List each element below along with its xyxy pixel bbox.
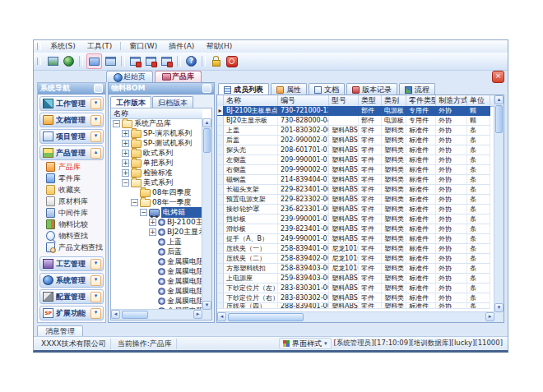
table-vertical-scrollbar[interactable]: [494, 95, 504, 312]
tree-item[interactable]: 金属膜电阻器: [111, 266, 202, 276]
tree-item[interactable]: 电烤箱: [111, 207, 202, 217]
chevron-down-icon[interactable]: [90, 115, 101, 126]
pin-icon[interactable]: [202, 84, 211, 93]
sidebar-group[interactable]: 系统管理: [39, 273, 104, 288]
menu-item[interactable]: 插件(A): [163, 42, 200, 50]
column-header[interactable]: 型号: [329, 95, 359, 106]
panel-tab[interactable]: 属性: [271, 83, 307, 95]
menu-item[interactable]: 窗口(W): [123, 42, 163, 50]
sidebar-group[interactable]: 配置管理: [39, 289, 104, 304]
table-row[interactable]: 长磁头支架 229-823401-00X 塑料ABS 零件 塑料类 标准件 外协…: [217, 185, 494, 195]
scroll-down-icon[interactable]: [494, 303, 504, 312]
panel-tab[interactable]: 成员列表: [218, 83, 269, 95]
tree-expander-icon[interactable]: [122, 159, 129, 167]
tree-item[interactable]: SP-测试机系列: [111, 138, 202, 148]
table-row[interactable]: 接纱轮护罩 236-823301-00X 塑料ABS 零件 塑料类 标准件 外协…: [217, 205, 494, 214]
menu-item[interactable]: 工具(T): [81, 42, 118, 50]
close-icon[interactable]: ×: [492, 71, 504, 83]
chevron-down-icon[interactable]: [90, 99, 101, 109]
tree-item[interactable]: 08年一季度: [111, 197, 202, 207]
table-row[interactable]: 下纱定位片（左） 283-830301-00X 塑料ABS 零件 塑料类 标准件…: [217, 284, 494, 293]
sidebar-item-favorites[interactable]: 收藏夹: [38, 184, 105, 196]
table-row[interactable]: BJ20主显示板 730-828000-04X 部件 电源板 专用件 外协 颗: [217, 116, 494, 126]
table-row[interactable]: 滑纱板 239-823401-00X 塑料ABS 零件 塑料类 标准件 外协 条: [217, 224, 494, 234]
lock-icon[interactable]: [209, 54, 223, 68]
grid-window-icon[interactable]: [104, 54, 118, 68]
tree-vertical-scrollbar[interactable]: [202, 118, 211, 310]
table-row[interactable]: 右侧盖 209-990002-01X 塑料ABS 零件 塑料类 标准件 外协 条: [217, 165, 494, 175]
document-tab[interactable]: 产品库: [155, 71, 202, 82]
sidebar-group[interactable]: 项目管理: [39, 129, 104, 144]
column-header[interactable]: 类型: [359, 95, 382, 106]
table-row[interactable]: 方形塑料线扣 258-839403-00X 尼龙1010 零件 塑料类 标准件 …: [217, 264, 494, 274]
scroll-up-icon[interactable]: [494, 95, 504, 104]
panel-tab[interactable]: 文档: [309, 83, 345, 95]
panel-tab[interactable]: 流程: [399, 83, 435, 95]
tree-expander-icon[interactable]: [149, 219, 156, 226]
sidebar-item-product-doc-search[interactable]: 产品文档查找: [38, 242, 105, 253]
tree-expander-icon[interactable]: [122, 150, 129, 157]
toolbar-sep[interactable]: [121, 56, 125, 67]
column-header[interactable]: 制造方式: [436, 95, 467, 106]
sidebar-group-product-management[interactable]: 产品管理: [39, 145, 104, 160]
toolbar-sep[interactable]: [177, 56, 181, 67]
scrollbar-thumb[interactable]: [495, 105, 503, 133]
tree-horizontal-scrollbar[interactable]: [111, 309, 202, 320]
tree-expander-icon[interactable]: [122, 179, 129, 187]
exit-icon[interactable]: [225, 54, 239, 68]
scroll-left-icon[interactable]: [111, 310, 120, 319]
sidebar-item-intermediate-library[interactable]: 中间件库: [38, 207, 105, 219]
table-row[interactable]: 探头壳 208-601701-01X 塑料ABS 零件 塑料类 标准件 外协 条: [217, 145, 494, 155]
sidebar-item-product-library[interactable]: 产品库: [38, 161, 105, 173]
tree-expander-icon[interactable]: [140, 209, 147, 216]
window-add-icon[interactable]: [144, 54, 158, 68]
scroll-right-icon[interactable]: [193, 310, 202, 319]
tree-item[interactable]: 08年四季度: [111, 187, 202, 197]
document-tab[interactable]: 起始页: [106, 71, 153, 82]
column-header[interactable]: 单位: [467, 95, 490, 106]
chevron-down-icon[interactable]: [90, 259, 101, 270]
sidebar-group[interactable]: 工艺管理: [39, 256, 104, 271]
table-row[interactable]: 上电源座 259-839403-00X 塑料ABS 零件 塑料类 标准件 外协 …: [217, 274, 494, 284]
menu-item[interactable]: [120, 42, 121, 50]
panel-tab[interactable]: 版本记录: [346, 83, 397, 95]
tree-item[interactable]: 金属膜电阻器: [111, 286, 202, 296]
tree-item[interactable]: 金属膜电阻器: [111, 256, 202, 266]
table-row[interactable]: 左侧盖 209-990001-01X 塑料ABS 零件 塑料类 标准件 外协 条: [217, 155, 494, 165]
column-header[interactable]: 名称: [224, 95, 278, 106]
tree-expander-icon[interactable]: [149, 228, 156, 236]
column-header[interactable]: 编号: [278, 95, 329, 106]
monitor-icon[interactable]: [46, 54, 60, 68]
tree-item[interactable]: 后盖: [111, 247, 202, 256]
scroll-right-icon[interactable]: [485, 312, 494, 321]
tree-item[interactable]: 金属膜电阻器: [111, 276, 202, 286]
column-header[interactable]: 零件类型: [406, 95, 436, 106]
window-close-icon[interactable]: [128, 54, 142, 68]
menu-item[interactable]: 帮助(H): [200, 42, 238, 50]
tree-item[interactable]: BJ20主显示板: [111, 227, 202, 237]
toolbar-sep[interactable]: [202, 56, 206, 67]
scroll-left-icon[interactable]: [217, 312, 226, 321]
sidebar-item-raw-material-library[interactable]: 原材料库: [38, 196, 105, 207]
scroll-down-icon[interactable]: [202, 301, 211, 310]
column-header[interactable]: 类别: [382, 95, 406, 106]
table-row[interactable]: 磁钢盖 214-839404-01X 塑料ABS 零件 塑料类 标准件 外协 条: [217, 175, 494, 185]
chevron-down-icon[interactable]: [90, 275, 101, 286]
table-row[interactable]: 下纱定位片（右） 283-830302-00X 塑料ABS 零件 塑料类 标准件…: [217, 293, 494, 303]
new-folder-icon[interactable]: [86, 53, 102, 69]
table-row[interactable]: BJ-2100主板单点 730-721000-12X 部件 电源板 专用件 外协…: [217, 106, 494, 116]
table-row[interactable]: 提手（A、B） 249-990001-01X 塑料ABS 零件 塑料类 标准件 …: [217, 234, 494, 244]
table-row[interactable]: 上盖 201-830302-00X 塑料ABS 零件 塑料类 标准件 外协 条: [217, 126, 494, 136]
tree-expander-icon[interactable]: [122, 130, 129, 137]
sidebar-group[interactable]: 文档管理: [39, 113, 104, 127]
tree-item[interactable]: 单把系列: [111, 158, 202, 168]
sidebar-group[interactable]: 工作管理: [39, 96, 104, 111]
table-row[interactable]: 挡纱板 239-990001-01X 塑料ABS 零件 塑料类 标准件 外协 条: [217, 214, 494, 224]
panel-menu-icon[interactable]: [94, 84, 103, 93]
tree-item[interactable]: 美式系列: [111, 178, 202, 187]
ui-style-dropdown[interactable]: 界面样式 ▾: [279, 338, 332, 349]
sidebar-item-material-compare[interactable]: 物料比较: [38, 219, 105, 230]
chevron-down-icon[interactable]: [90, 292, 101, 302]
tree-item[interactable]: 金属膜电阻器: [111, 296, 202, 306]
scrollbar-thumb[interactable]: [203, 128, 211, 153]
